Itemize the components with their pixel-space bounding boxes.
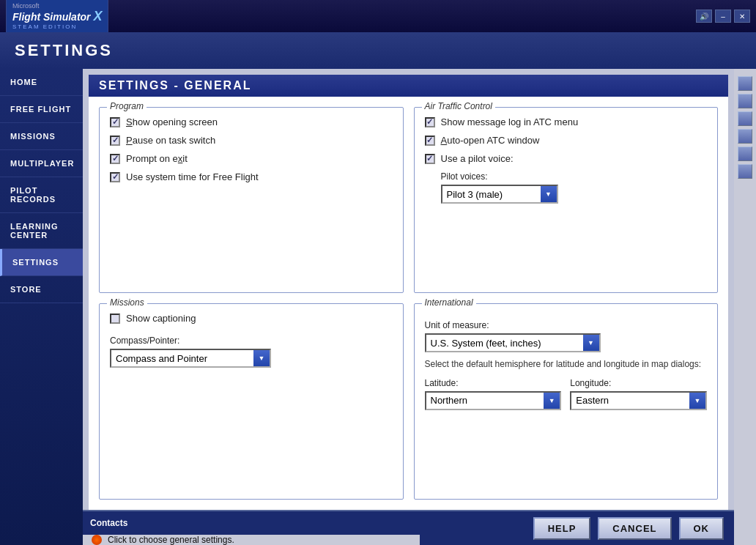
use-system-time-label: Use system time for Free Flight (126, 171, 259, 182)
window-controls: 🔊 – ✕ (696, 10, 750, 23)
show-captioning-label: Show captioning (126, 313, 196, 324)
app-logo: Microsoft Flight Simulator X STEAM EDITI… (6, 0, 108, 34)
sidebar-item-missions[interactable]: MISSIONS (0, 123, 83, 150)
missions-section: Missions Show captioning Compass/Pointer… (99, 303, 404, 500)
header-title: SETTINGS (15, 41, 113, 60)
sidebar-item-home[interactable]: HOME (0, 69, 83, 96)
pilot-voices-dropdown-arrow[interactable] (541, 186, 557, 202)
steam-label: STEAM EDITION (12, 23, 102, 30)
contacts-bar: Contacts (83, 511, 420, 535)
auto-open-atc-label: Auto-open ATC window (441, 135, 540, 146)
atc-section-title: Air Traffic Control (422, 101, 495, 111)
cancel-button[interactable]: CANCEL (598, 517, 671, 540)
right-scroll-panel (734, 69, 756, 545)
settings-page-header: SETTINGS - GENERAL (89, 75, 728, 97)
use-system-time-checkbox[interactable] (110, 172, 120, 182)
minimize-button[interactable]: – (715, 10, 731, 23)
program-section-title: Program (107, 101, 147, 111)
unit-of-measure-label: Unit of measure: (425, 320, 708, 330)
compass-pointer-dropdown-arrow[interactable] (253, 350, 270, 366)
scroll-btn-6[interactable] (738, 164, 752, 179)
longitude-value: Eastern (571, 395, 689, 406)
compass-pointer-label: Compass/Pointer: (110, 335, 393, 346)
unit-of-measure-value: U.S. System (feet, inches) (426, 338, 583, 349)
sidebar-item-pilot-records[interactable]: PILOT RECORDS (0, 177, 83, 213)
use-pilot-voice-row: Use a pilot voice: (425, 153, 708, 164)
pilot-voices-dropdown[interactable]: Pilot 3 (male) (441, 185, 558, 204)
auto-open-atc-row: Auto-open ATC window (425, 135, 708, 146)
missions-section-title: Missions (107, 297, 147, 308)
auto-open-atc-checkbox[interactable] (425, 136, 435, 146)
status-bar: Click to choose general settings. (83, 535, 420, 545)
ms-label: Microsoft (12, 2, 102, 10)
use-pilot-voice-label: Use a pilot voice: (441, 153, 514, 164)
compass-pointer-group: Compass/Pointer: Compass and Pointer (110, 335, 393, 368)
show-message-log-label: Show message log in ATC menu (441, 116, 579, 127)
header-bar: SETTINGS (0, 32, 756, 69)
atc-section: Air Traffic Control Show message log in … (414, 107, 719, 293)
pause-on-task-switch-checkbox[interactable] (110, 136, 120, 146)
scroll-btn-4[interactable] (738, 129, 752, 144)
international-section: International Unit of measure: U.S. Syst… (414, 303, 719, 500)
contacts-label: Contacts (90, 518, 127, 528)
show-opening-screen-label: Show opening screen (126, 116, 218, 127)
use-pilot-voice-checkbox[interactable] (425, 154, 435, 164)
pause-on-task-switch-label: Pause on task switch (126, 135, 215, 146)
fsx-label: Flight Simulator X (12, 10, 102, 24)
button-area: HELP CANCEL OK (420, 511, 734, 545)
sidebar-item-learning-center[interactable]: LEARNING CENTER (0, 213, 83, 249)
lat-long-row: Latitude: Northern Longitude: Eastern (425, 378, 708, 410)
pilot-voices-group: Pilot voices: Pilot 3 (male) (441, 171, 708, 204)
sidebar-item-store[interactable]: STORE (0, 276, 83, 303)
program-section: Program Show opening screen Pause on tas… (99, 107, 404, 293)
status-indicator (92, 535, 102, 545)
scroll-btn-1[interactable] (738, 76, 752, 91)
prompt-on-exit-row: Prompt on exit (110, 153, 393, 164)
pilot-voices-label: Pilot voices: (441, 171, 708, 182)
scroll-btn-5[interactable] (738, 147, 752, 161)
pilot-voices-value: Pilot 3 (male) (442, 189, 541, 200)
latitude-group: Latitude: Northern (425, 378, 562, 410)
international-section-title: International (422, 297, 476, 308)
show-captioning-row: Show captioning (110, 313, 393, 324)
scroll-btn-3[interactable] (738, 111, 752, 126)
show-message-log-checkbox[interactable] (425, 117, 435, 127)
latitude-label: Latitude: (425, 378, 562, 388)
volume-button[interactable]: 🔊 (696, 10, 712, 23)
show-captioning-checkbox[interactable] (110, 314, 120, 324)
longitude-dropdown[interactable]: Eastern (570, 391, 707, 410)
latitude-value: Northern (426, 395, 544, 406)
pause-on-task-switch-row: Pause on task switch (110, 135, 393, 146)
settings-body: Program Show opening screen Pause on tas… (89, 97, 728, 510)
sidebar-item-multiplayer[interactable]: MULTIPLAYER (0, 150, 83, 177)
use-system-time-row: Use system time for Free Flight (110, 171, 393, 182)
unit-of-measure-group: Unit of measure: U.S. System (feet, inch… (425, 320, 708, 352)
settings-page-title: SETTINGS - GENERAL (99, 79, 251, 92)
sidebar-item-free-flight[interactable]: FREE FLIGHT (0, 96, 83, 123)
title-bar: Microsoft Flight Simulator X STEAM EDITI… (0, 0, 756, 32)
compass-pointer-value: Compass and Pointer (111, 353, 253, 364)
ok-button[interactable]: OK (679, 517, 724, 540)
prompt-on-exit-label: Prompt on exit (126, 153, 188, 164)
unit-of-measure-dropdown-arrow[interactable] (583, 335, 599, 351)
bottom-area: Contacts Click to choose general setting… (83, 510, 734, 545)
show-opening-screen-row: Show opening screen (110, 116, 393, 127)
status-text: Click to choose general settings. (108, 535, 234, 545)
show-message-log-row: Show message log in ATC menu (425, 116, 708, 127)
hemisphere-desc: Select the default hemisphere for latitu… (425, 358, 708, 371)
bottom-left: Contacts Click to choose general setting… (83, 511, 420, 545)
show-opening-screen-checkbox[interactable] (110, 117, 120, 127)
longitude-group: Longitude: Eastern (570, 378, 707, 410)
sidebar: HOME FREE FLIGHT MISSIONS MULTIPLAYER PI… (0, 69, 83, 545)
longitude-dropdown-arrow[interactable] (689, 393, 705, 409)
prompt-on-exit-checkbox[interactable] (110, 154, 120, 164)
close-button[interactable]: ✕ (734, 10, 750, 23)
latitude-dropdown[interactable]: Northern (425, 391, 562, 410)
longitude-label: Longitude: (570, 378, 707, 388)
scroll-btn-2[interactable] (738, 94, 752, 108)
compass-pointer-dropdown[interactable]: Compass and Pointer (110, 349, 271, 368)
latitude-dropdown-arrow[interactable] (544, 393, 560, 409)
unit-of-measure-dropdown[interactable]: U.S. System (feet, inches) (425, 333, 601, 352)
sidebar-item-settings[interactable]: SETTINGS (0, 249, 83, 276)
help-button[interactable]: HELP (533, 517, 591, 540)
